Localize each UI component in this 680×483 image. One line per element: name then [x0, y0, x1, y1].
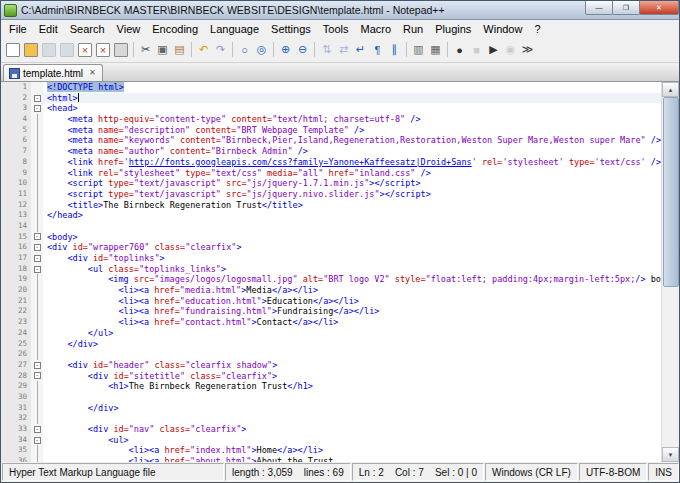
code-line[interactable]: 1<!DOCTYPE html>: [1, 82, 661, 93]
paste-icon[interactable]: ▤: [171, 41, 188, 58]
code-line[interactable]: 20<li><a href="media.html">Media</a></li…: [1, 285, 661, 296]
code-line[interactable]: 14: [1, 221, 661, 232]
code-text[interactable]: [43, 392, 661, 403]
undo-icon[interactable]: ↶: [195, 41, 212, 58]
record-macro-icon[interactable]: ●: [451, 41, 468, 58]
code-text[interactable]: [43, 349, 661, 360]
close-file-icon[interactable]: ×: [78, 43, 92, 57]
fold-collapse-icon[interactable]: -: [34, 362, 41, 369]
code-line[interactable]: 4<meta http-equiv="content-type" content…: [1, 114, 661, 125]
fold-toggle[interactable]: -: [31, 242, 43, 253]
code-line[interactable]: 32: [1, 413, 661, 424]
code-line[interactable]: 13</head>: [1, 210, 661, 221]
code-line[interactable]: 25</div>: [1, 339, 661, 350]
print-icon[interactable]: [114, 43, 128, 57]
code-line[interactable]: 6<meta name="keywords" content="Birnbeck…: [1, 135, 661, 146]
zoom-in-icon[interactable]: ⊕: [277, 41, 294, 58]
code-text[interactable]: <meta name="author" content="Birnbeck Ad…: [43, 146, 661, 157]
new-file-icon[interactable]: [6, 43, 20, 57]
code-line[interactable]: 7<meta name="author" content="Birnbeck A…: [1, 146, 661, 157]
status-encoding[interactable]: UTF-8-BOM: [579, 463, 647, 481]
zoom-out-icon[interactable]: ⊖: [294, 41, 311, 58]
code-line[interactable]: 33-<div id="nav" class="clearfix">: [1, 424, 661, 435]
code-text[interactable]: <h1>The Birnbeck Regeneration Trust</h1>: [43, 381, 661, 392]
scroll-down-arrow-icon[interactable]: ▼: [662, 447, 679, 462]
find-icon[interactable]: ○: [236, 41, 253, 58]
code-text[interactable]: <script type="text/javascript" src="js/j…: [43, 178, 661, 189]
code-line[interactable]: 8<link href='http://fonts.googleapis.com…: [1, 157, 661, 168]
code-line[interactable]: 10<script type="text/javascript" src="js…: [1, 178, 661, 189]
code-line[interactable]: 26: [1, 349, 661, 360]
code-line[interactable]: 18-<ul class="toplinks_links">: [1, 264, 661, 275]
code-line[interactable]: 17-<div id="toplinks">: [1, 253, 661, 264]
code-line[interactable]: 36<li><a href="about.html">About the Tru…: [1, 456, 661, 462]
fold-collapse-icon[interactable]: -: [34, 255, 41, 262]
minimize-button[interactable]: —: [585, 1, 613, 15]
tab-template-html[interactable]: template.html ✕: [3, 64, 103, 81]
fold-collapse-icon[interactable]: -: [34, 372, 41, 379]
code-line[interactable]: 15-<body>: [1, 232, 661, 243]
code-text[interactable]: [43, 413, 661, 424]
code-line[interactable]: 11<script type="text/javascript" src="js…: [1, 189, 661, 200]
code-text[interactable]: </div>: [43, 339, 661, 350]
code-text[interactable]: <li><a href="index.html">Home</a></li>: [43, 445, 661, 456]
fold-toggle[interactable]: -: [31, 424, 43, 435]
code-text[interactable]: <head>: [43, 103, 661, 114]
code-line[interactable]: 35<li><a href="index.html">Home</a></li>: [1, 445, 661, 456]
code-text[interactable]: <li><a href="media.html">Media</a></li>: [43, 285, 661, 296]
code-text[interactable]: <li><a href="education.html">Education</…: [43, 296, 661, 307]
open-folder-icon[interactable]: [24, 43, 38, 57]
status-eol-format[interactable]: Windows (CR LF): [485, 463, 578, 481]
code-text[interactable]: <img src="images/logos/logosmall.jpg" al…: [43, 274, 661, 285]
menu-encoding[interactable]: Encoding: [146, 22, 204, 36]
play-macro-icon[interactable]: ▶: [485, 41, 502, 58]
fold-collapse-icon[interactable]: -: [34, 426, 41, 433]
code-text[interactable]: <title>The Birnbeck Regeneration Trust</…: [43, 200, 661, 211]
close-button[interactable]: ✕: [639, 1, 679, 15]
menu-help[interactable]: ?: [528, 22, 546, 36]
vertical-scrollbar[interactable]: ▲ ▼: [661, 82, 679, 462]
menu-search[interactable]: Search: [64, 22, 111, 36]
code-line[interactable]: 2-<html>: [1, 93, 661, 104]
code-text[interactable]: <body>: [43, 232, 661, 243]
menu-edit[interactable]: Edit: [33, 22, 64, 36]
indent-guide-icon[interactable]: ∥: [386, 41, 403, 58]
menu-macro[interactable]: Macro: [354, 22, 397, 36]
menu-plugins[interactable]: Plugins: [429, 22, 477, 36]
run-macro-icon[interactable]: ≫: [519, 41, 536, 58]
doc-map-icon[interactable]: ▦: [427, 41, 444, 58]
code-text[interactable]: <div id="nav" class="clearfix">: [43, 424, 661, 435]
maximize-button[interactable]: ❐: [612, 1, 640, 15]
cut-icon[interactable]: ✂: [137, 41, 154, 58]
replace-icon[interactable]: ◎: [253, 41, 270, 58]
code-text[interactable]: <link href='http://fonts.googleapis.com/…: [43, 157, 661, 168]
code-line[interactable]: 28-<div id="sitetitle" class="clearfix">: [1, 371, 661, 382]
code-line[interactable]: 23<li><a href="contact.html">Contact</a>…: [1, 317, 661, 328]
code-line[interactable]: 16-<div id="wrapper760" class="clearfix"…: [1, 242, 661, 253]
fold-toggle[interactable]: -: [31, 253, 43, 264]
redo-icon[interactable]: ↷: [212, 41, 229, 58]
code-text[interactable]: <li><a href="about.html">About the Trust: [43, 456, 661, 462]
code-line[interactable]: 21<li><a href="education.html">Education…: [1, 296, 661, 307]
fold-collapse-icon[interactable]: -: [34, 244, 41, 251]
fold-collapse-icon[interactable]: -: [34, 105, 41, 112]
fold-collapse-icon[interactable]: -: [34, 437, 41, 444]
code-text[interactable]: <link rel="stylesheet" type="text/css" m…: [43, 168, 661, 179]
code-text[interactable]: <div id="sitetitle" class="clearfix">: [43, 371, 661, 382]
code-text[interactable]: <meta http-equiv="content-type" content=…: [43, 114, 661, 125]
scroll-up-arrow-icon[interactable]: ▲: [662, 82, 679, 97]
code-text[interactable]: <meta name="description" content="BRT We…: [43, 125, 661, 136]
fold-toggle[interactable]: -: [31, 371, 43, 382]
fold-toggle[interactable]: -: [31, 232, 43, 243]
copy-icon[interactable]: ▣: [154, 41, 171, 58]
code-line[interactable]: 5<meta name="description" content="BRT W…: [1, 125, 661, 136]
fold-toggle[interactable]: -: [31, 360, 43, 371]
code-text[interactable]: <li><a href="fundraising.html">Fundraisi…: [43, 306, 661, 317]
code-area[interactable]: 1<!DOCTYPE html>2-<html>3-<head>4<meta h…: [1, 82, 661, 462]
tab-close-icon[interactable]: ✕: [88, 69, 97, 77]
code-line[interactable]: 34-<ul>: [1, 435, 661, 446]
menu-view[interactable]: View: [111, 22, 147, 36]
code-line[interactable]: 29<h1>The Birnbeck Regeneration Trust</h…: [1, 381, 661, 392]
editor-pane[interactable]: 1<!DOCTYPE html>2-<html>3-<head>4<meta h…: [1, 82, 679, 462]
menu-run[interactable]: Run: [397, 22, 429, 36]
